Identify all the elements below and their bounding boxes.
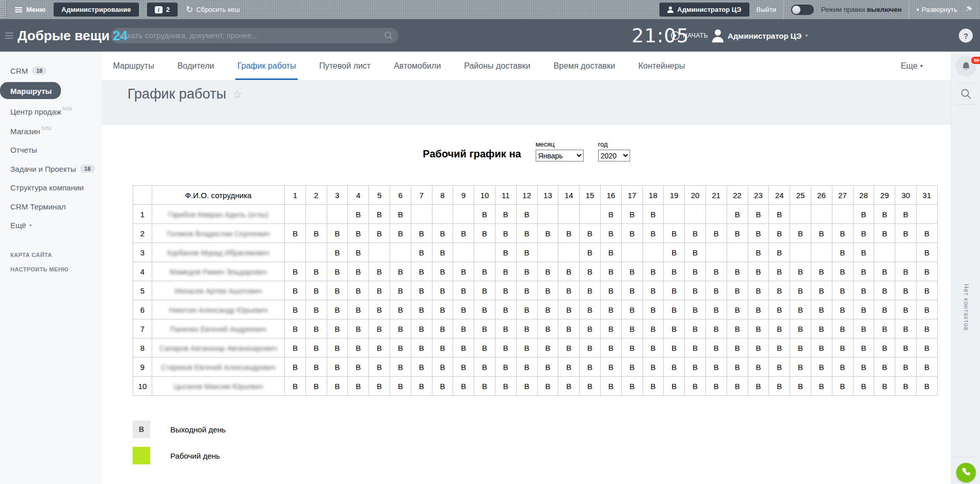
day-off-cell[interactable]: В	[327, 224, 348, 243]
day-off-cell[interactable]: В	[748, 224, 769, 243]
day-off-cell[interactable]: В	[432, 224, 453, 243]
day-off-cell[interactable]: В	[727, 338, 748, 358]
day-off-cell[interactable]: В	[832, 300, 853, 319]
day-off-cell[interactable]: В	[306, 377, 327, 396]
sidebar-item-маршруты[interactable]: Маршруты	[0, 82, 102, 100]
work-day-cell[interactable]	[874, 243, 895, 262]
day-off-cell[interactable]: В	[348, 338, 369, 358]
day-off-cell[interactable]: В	[285, 262, 306, 281]
day-off-cell[interactable]: В	[390, 281, 411, 300]
work-day-cell[interactable]	[432, 205, 453, 224]
day-off-cell[interactable]: В	[621, 262, 642, 281]
day-off-cell[interactable]: В	[748, 319, 769, 338]
sidebar-item-отчеты[interactable]: Отчеты	[0, 140, 102, 159]
day-off-cell[interactable]: В	[769, 319, 790, 338]
day-off-cell[interactable]: В	[600, 338, 621, 358]
day-off-cell[interactable]: В	[411, 358, 432, 377]
day-off-cell[interactable]: В	[790, 281, 811, 300]
day-off-cell[interactable]: В	[685, 319, 706, 338]
day-off-cell[interactable]: В	[348, 224, 369, 243]
day-off-cell[interactable]: В	[348, 281, 369, 300]
day-off-cell[interactable]: В	[474, 358, 495, 377]
work-day-cell[interactable]	[895, 243, 917, 262]
day-off-cell[interactable]: В	[495, 224, 516, 243]
day-off-cell[interactable]: В	[411, 243, 432, 262]
day-off-cell[interactable]: В	[832, 319, 853, 338]
day-off-cell[interactable]: В	[621, 319, 642, 338]
day-off-cell[interactable]: В	[453, 377, 474, 396]
day-off-cell[interactable]: В	[853, 358, 874, 377]
expand-button[interactable]: ▾ Развернуть	[917, 6, 957, 13]
day-off-cell[interactable]: В	[895, 358, 917, 377]
logout-button[interactable]: Выйти	[757, 6, 777, 13]
day-off-cell[interactable]: В	[705, 377, 727, 396]
day-off-cell[interactable]: В	[769, 338, 790, 358]
day-off-cell[interactable]: В	[432, 243, 453, 262]
day-off-cell[interactable]: В	[495, 281, 516, 300]
day-off-cell[interactable]: В	[748, 205, 769, 224]
day-off-cell[interactable]: В	[369, 262, 390, 281]
day-off-cell[interactable]: В	[916, 300, 937, 319]
day-off-cell[interactable]: В	[832, 338, 853, 358]
day-off-cell[interactable]: В	[474, 281, 495, 300]
day-off-cell[interactable]: В	[727, 262, 748, 281]
day-off-cell[interactable]: В	[558, 358, 580, 377]
day-off-cell[interactable]: В	[916, 281, 937, 300]
tab-районы-доставки[interactable]: Районы доставки	[464, 52, 530, 80]
day-off-cell[interactable]: В	[580, 243, 601, 262]
sidebar-item-ещё[interactable]: Ещё▾	[0, 215, 102, 234]
day-off-cell[interactable]: В	[832, 281, 853, 300]
work-day-cell[interactable]	[369, 243, 390, 262]
day-off-cell[interactable]: В	[474, 262, 495, 281]
day-off-cell[interactable]: В	[348, 377, 369, 396]
user-avatar-icon[interactable]	[711, 28, 725, 42]
day-off-cell[interactable]: В	[685, 262, 706, 281]
day-off-cell[interactable]: В	[642, 377, 664, 396]
day-off-cell[interactable]: В	[769, 224, 790, 243]
day-off-cell[interactable]: В	[664, 358, 685, 377]
day-off-cell[interactable]: В	[769, 205, 790, 224]
work-day-cell[interactable]	[685, 205, 706, 224]
day-off-cell[interactable]: В	[790, 377, 811, 396]
day-off-cell[interactable]: В	[853, 377, 874, 396]
day-off-cell[interactable]: В	[474, 205, 495, 224]
day-off-cell[interactable]: В	[621, 358, 642, 377]
day-off-cell[interactable]: В	[558, 319, 580, 338]
day-off-cell[interactable]: В	[664, 300, 685, 319]
user-menu[interactable]: Администратор ЦЭ ▾	[728, 31, 808, 40]
day-off-cell[interactable]: В	[874, 377, 895, 396]
day-off-cell[interactable]: В	[432, 262, 453, 281]
day-off-cell[interactable]: В	[895, 300, 917, 319]
day-off-cell[interactable]: В	[916, 243, 937, 262]
day-off-cell[interactable]: В	[306, 319, 327, 338]
day-off-cell[interactable]: В	[874, 281, 895, 300]
work-day-cell[interactable]	[453, 243, 474, 262]
day-off-cell[interactable]: В	[495, 358, 516, 377]
day-off-cell[interactable]: В	[432, 358, 453, 377]
month-select[interactable]: Январь	[536, 150, 584, 162]
sidebar-item-crm[interactable]: CRM18	[0, 61, 102, 80]
day-off-cell[interactable]: В	[537, 338, 558, 358]
day-off-cell[interactable]: В	[516, 281, 537, 300]
day-off-cell[interactable]: В	[474, 319, 495, 338]
day-off-cell[interactable]: В	[811, 224, 832, 243]
day-off-cell[interactable]: В	[642, 205, 664, 224]
day-off-cell[interactable]: В	[685, 281, 706, 300]
day-off-cell[interactable]: В	[537, 262, 558, 281]
day-off-cell[interactable]: В	[495, 300, 516, 319]
edit-mode-toggle[interactable]	[791, 5, 814, 15]
day-off-cell[interactable]: В	[769, 358, 790, 377]
day-off-cell[interactable]: В	[369, 377, 390, 396]
day-off-cell[interactable]: В	[537, 281, 558, 300]
day-off-cell[interactable]: В	[580, 358, 601, 377]
day-off-cell[interactable]: В	[285, 300, 306, 319]
day-off-cell[interactable]: В	[369, 358, 390, 377]
day-off-cell[interactable]: В	[516, 205, 537, 224]
day-off-cell[interactable]: В	[411, 338, 432, 358]
day-off-cell[interactable]: В	[811, 319, 832, 338]
day-off-cell[interactable]: В	[558, 262, 580, 281]
day-off-cell[interactable]: В	[516, 358, 537, 377]
day-off-cell[interactable]: В	[853, 224, 874, 243]
work-day-cell[interactable]	[306, 243, 327, 262]
work-day-cell[interactable]	[642, 243, 664, 262]
